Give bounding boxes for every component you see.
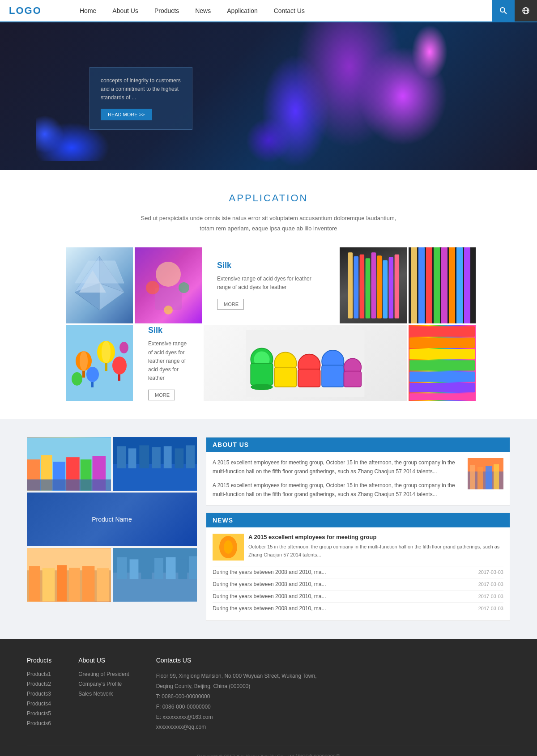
news-list-text-3: During the years between 2008 and 2010, …: [213, 593, 326, 599]
globe-icon: [522, 7, 530, 15]
svg-rect-105: [494, 464, 499, 489]
application-section: APPLICATION Sed ut perspiciatis unde omn…: [0, 170, 537, 419]
svg-rect-58: [344, 371, 361, 386]
svg-point-10: [156, 262, 181, 287]
footer-link-sales[interactable]: Sales Network: [78, 691, 129, 697]
svg-rect-95: [141, 556, 152, 579]
svg-line-1: [504, 12, 507, 14]
news-list-date-1: 2017-03-03: [478, 569, 503, 575]
svg-point-50: [251, 384, 273, 390]
news-thumb-art: [213, 534, 244, 561]
news-panel-body: A 2015 excellent employees for meeting g…: [206, 527, 510, 620]
svg-point-12: [146, 281, 159, 294]
svg-rect-56: [322, 365, 344, 387]
footer-col-products: Products Products1 Products2 Products3 P…: [27, 657, 51, 732]
footer-address-2: Deqing County, Beijing, China (000000): [156, 681, 317, 692]
svg-rect-94: [130, 559, 139, 579]
news-list-item-3[interactable]: During the years between 2008 and 2010, …: [213, 590, 503, 602]
svg-rect-15: [348, 252, 353, 318]
photo-warm-buildings: [27, 548, 111, 602]
svg-rect-31: [456, 247, 463, 323]
svg-rect-19: [371, 252, 376, 318]
hero-section: concepts of integrity to customers and a…: [0, 22, 537, 170]
grid-cell-origami: [66, 247, 133, 323]
svg-rect-102: [470, 465, 475, 489]
news-list-date-4: 2017-03-03: [478, 606, 503, 611]
footer-link-products1[interactable]: Products1: [27, 671, 51, 677]
footer-link-profile[interactable]: Company's Profile: [78, 681, 129, 687]
search-button[interactable]: [492, 0, 515, 21]
news-featured-text: A 2015 excellent employees for meeting g…: [248, 534, 503, 561]
about-panel: ABOUT US A 2015 excellent employees for …: [206, 437, 510, 506]
svg-rect-38: [105, 363, 107, 371]
news-list-item-4[interactable]: During the years between 2008 and 2010, …: [213, 602, 503, 614]
photo-product-name: Product Name: [27, 493, 197, 546]
news-list-text-4: During the years between 2008 and 2010, …: [213, 605, 326, 612]
read-more-button[interactable]: READ MORE >>: [101, 109, 152, 120]
svg-point-13: [179, 282, 189, 293]
nav-news[interactable]: News: [187, 0, 219, 21]
svg-rect-65: [409, 393, 475, 400]
footer-link-products5[interactable]: Products5: [27, 710, 51, 717]
right-panels: ABOUT US A 2015 excellent employees for …: [206, 437, 510, 621]
svg-rect-54: [298, 369, 320, 387]
footer-email-2: xxxxxxxxxx@qq.com: [156, 722, 317, 732]
svg-rect-73: [27, 479, 111, 490]
footer-link-products2[interactable]: Products2: [27, 681, 51, 687]
pencils-art: [344, 252, 402, 319]
footer-address-1: Floor 99, Xinglong Mansion, No.000 Wuyua…: [156, 671, 317, 681]
svg-point-36: [80, 351, 88, 371]
news-featured: A 2015 excellent employees for meeting g…: [213, 534, 503, 561]
news-list-item-1[interactable]: During the years between 2008 and 2010, …: [213, 566, 503, 578]
svg-rect-16: [354, 256, 358, 319]
language-button[interactable]: [515, 0, 537, 21]
about-text-1: A 2015 excellent employees for meeting g…: [213, 458, 462, 476]
about-text-2: A 2015 excellent employees for meeting g…: [213, 481, 462, 499]
svg-rect-25: [411, 247, 417, 323]
main-nav: Home About Us Products News Application …: [72, 0, 492, 21]
svg-point-42: [112, 357, 127, 374]
footer-link-products3[interactable]: Products3: [27, 691, 51, 697]
footer-products-title: Products: [27, 657, 51, 664]
silk-title-2: Silk: [148, 326, 188, 335]
nav-application[interactable]: Application: [219, 0, 266, 21]
about-thumb-image: [468, 458, 503, 489]
svg-marker-9: [75, 261, 124, 283]
svg-rect-85: [29, 566, 40, 601]
svg-rect-88: [69, 568, 80, 601]
more-button-2[interactable]: MORE: [148, 390, 175, 400]
news-list-text-2: During the years between 2008 and 2010, …: [213, 581, 326, 587]
more-button-1[interactable]: MORE: [217, 299, 244, 310]
logo: LOGO: [0, 5, 72, 17]
news-list-item-2[interactable]: During the years between 2008 and 2010, …: [213, 578, 503, 590]
svg-rect-43: [118, 374, 120, 381]
footer-tel: T: 0086-000-00000000: [156, 692, 317, 702]
svg-rect-62: [409, 360, 475, 370]
nav-about[interactable]: About Us: [104, 0, 146, 21]
paint-cans-art: [208, 330, 402, 397]
header: LOGO Home About Us Products News Applica…: [0, 0, 537, 22]
news-panel: NEWS A 2015 excellent employees for meet…: [206, 513, 510, 621]
svg-rect-26: [418, 247, 425, 323]
footer-link-greeting[interactable]: Greeting of President: [78, 671, 129, 677]
application-title: APPLICATION: [9, 192, 528, 204]
photo-colorful-buildings: [27, 437, 111, 491]
svg-rect-79: [152, 447, 161, 468]
svg-rect-27: [426, 247, 432, 323]
footer-link-products4[interactable]: Products4: [27, 701, 51, 707]
photo-blue-canal-1: [113, 437, 197, 491]
svg-point-108: [224, 540, 233, 554]
footer: Products Products1 Products2 Products3 P…: [0, 639, 537, 756]
nav-products[interactable]: Products: [146, 0, 187, 21]
svg-rect-29: [441, 247, 448, 323]
footer-link-products6[interactable]: Products6: [27, 720, 51, 726]
silk-desc-1: Extensive range of acid dyes for leather…: [217, 275, 324, 292]
nav-contact[interactable]: Contact Us: [266, 0, 313, 21]
footer-copyright: Copyright © 2017 Xxx Xxxxx Xxx Xx Co., L…: [27, 746, 510, 756]
news-list-date-3: 2017-03-03: [478, 594, 503, 599]
nav-home[interactable]: Home: [72, 0, 104, 21]
news-thumb-image: [213, 534, 244, 561]
news-panel-header: NEWS: [206, 513, 510, 527]
balloons-art: [66, 325, 133, 401]
pencils-close-art: [409, 247, 476, 323]
